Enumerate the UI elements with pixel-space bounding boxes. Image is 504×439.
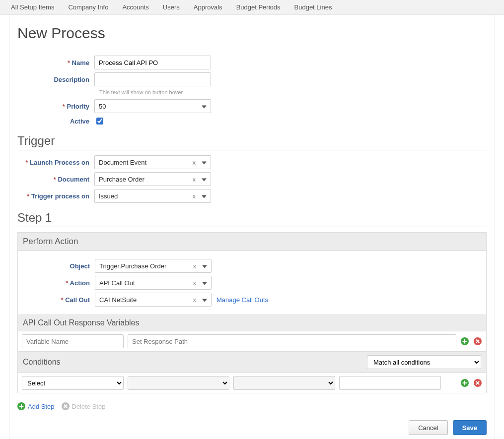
- nav-budget-lines[interactable]: Budget Lines: [288, 0, 339, 14]
- priority-label: Priority: [17, 103, 94, 110]
- var-path-input[interactable]: [128, 334, 456, 348]
- object-label: Object: [18, 262, 95, 270]
- callout-select[interactable]: CAI NetSuite x: [95, 293, 212, 307]
- launch-process-value: Document Event: [99, 159, 146, 166]
- action-select[interactable]: API Call Out x: [95, 276, 212, 290]
- close-icon: [474, 337, 482, 345]
- chevron-down-icon: [202, 103, 207, 110]
- description-label: Description: [17, 76, 94, 83]
- condition-field-select[interactable]: Select: [22, 376, 124, 390]
- page-title: New Process: [17, 25, 487, 42]
- plus-icon: [17, 402, 25, 410]
- clear-icon[interactable]: x: [193, 192, 196, 200]
- chevron-down-icon: [202, 262, 207, 270]
- document-select[interactable]: Purchase Order x: [94, 172, 211, 186]
- conditions-header: Conditions Match all conditions: [18, 351, 486, 373]
- trigger-heading: Trigger: [17, 134, 487, 148]
- priority-select[interactable]: 50: [94, 99, 211, 113]
- callout-label: Call Out: [18, 296, 95, 304]
- name-input[interactable]: [94, 56, 211, 69]
- chevron-down-icon: [202, 279, 207, 287]
- document-value: Purchase Order: [99, 176, 144, 183]
- trigger-process-select[interactable]: Issued x: [94, 189, 211, 203]
- response-vars-title: API Call Out Response Variables: [23, 318, 139, 327]
- manage-callouts-link[interactable]: Manage Call Outs: [216, 296, 268, 304]
- action-label: Action: [18, 279, 95, 287]
- condition-op-select[interactable]: [128, 376, 229, 390]
- plus-icon: [461, 337, 469, 345]
- nav-company-info[interactable]: Company Info: [61, 0, 115, 14]
- active-label: Active: [17, 118, 94, 125]
- perform-action-header: Perform Action: [18, 233, 486, 251]
- object-value: Trigger.Purchase Order: [99, 262, 166, 270]
- clear-icon[interactable]: x: [193, 279, 197, 287]
- save-button[interactable]: Save: [453, 420, 487, 435]
- clear-icon[interactable]: x: [193, 296, 197, 304]
- trigger-process-value: Issued: [99, 192, 118, 200]
- chevron-down-icon: [202, 192, 207, 200]
- nav-accounts[interactable]: Accounts: [115, 0, 155, 14]
- add-step-label: Add Step: [28, 403, 55, 410]
- plus-icon: [461, 379, 469, 387]
- chevron-down-icon: [202, 176, 207, 183]
- launch-process-select[interactable]: Document Event x: [94, 155, 211, 169]
- action-value: API Call Out: [99, 279, 135, 287]
- add-var-button[interactable]: [460, 337, 469, 346]
- clear-icon[interactable]: x: [193, 262, 197, 270]
- remove-condition-button[interactable]: [473, 378, 482, 387]
- launch-process-label: Launch Process on: [17, 159, 94, 166]
- add-condition-button[interactable]: [460, 378, 469, 387]
- name-label: Name: [17, 59, 94, 66]
- condition-value-input[interactable]: [339, 376, 441, 390]
- nav-users[interactable]: Users: [156, 0, 187, 14]
- description-hint: This text will show on button hover: [99, 89, 487, 95]
- step1-heading: Step 1: [17, 211, 487, 225]
- nav-approvals[interactable]: Approvals: [187, 0, 229, 14]
- delete-step-button[interactable]: Delete Step: [62, 402, 106, 410]
- add-step-button[interactable]: Add Step: [17, 402, 55, 410]
- active-checkbox[interactable]: [96, 118, 103, 125]
- chevron-down-icon: [202, 159, 207, 166]
- nav-budget-periods[interactable]: Budget Periods: [229, 0, 288, 14]
- chevron-down-icon: [202, 296, 207, 304]
- response-vars-header: API Call Out Response Variables: [18, 314, 486, 331]
- clear-icon[interactable]: x: [193, 176, 196, 183]
- priority-value: 50: [99, 103, 106, 110]
- delete-step-label: Delete Step: [72, 403, 106, 410]
- object-select[interactable]: Trigger.Purchase Order x: [95, 259, 212, 273]
- callout-value: CAI NetSuite: [99, 296, 137, 304]
- close-icon: [474, 379, 482, 387]
- conditions-title: Conditions: [23, 358, 61, 367]
- response-var-row: [18, 331, 486, 351]
- nav-all-setup-items[interactable]: All Setup Items: [4, 0, 61, 14]
- match-mode-select[interactable]: Match all conditions: [367, 355, 481, 369]
- cancel-button[interactable]: Cancel: [409, 420, 447, 435]
- condition-value-select[interactable]: [233, 376, 335, 390]
- close-icon: [62, 402, 70, 410]
- step1-panel: Perform Action Object Trigger.Purchase O…: [17, 232, 487, 393]
- remove-var-button[interactable]: [473, 337, 482, 346]
- condition-row: Select: [18, 373, 486, 393]
- top-nav: All Setup Items Company Info Accounts Us…: [0, 0, 504, 15]
- clear-icon[interactable]: x: [193, 159, 196, 166]
- document-label: Document: [17, 176, 94, 183]
- trigger-process-label: Trigger process on: [17, 192, 94, 200]
- description-input[interactable]: [94, 72, 211, 86]
- var-name-input[interactable]: [22, 334, 124, 348]
